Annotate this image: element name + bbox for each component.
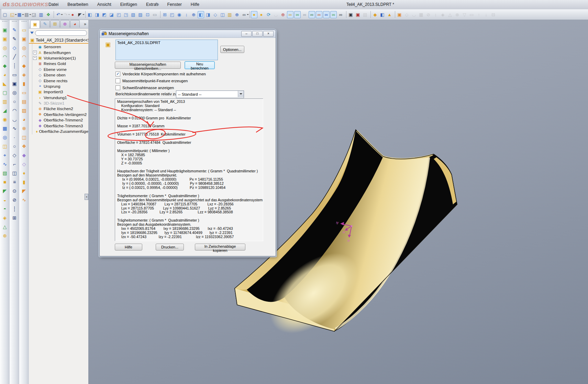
perimeter-circle[interactable]: ○ — [10, 97, 19, 106]
split[interactable]: △ — [1, 222, 9, 231]
display-hidden-lines-removed[interactable]: ◇ — [212, 11, 219, 18]
tree-item-surface-trim2[interactable]: ◆ Oberfläche-Trimmen2 — [32, 117, 88, 123]
component-pattern[interactable]: ▦ — [418, 11, 424, 18]
selected-items-listbox[interactable]: Teil4_AK_2013.SLDPRT — [115, 40, 218, 60]
revolved-surface[interactable]: ◎ — [20, 43, 28, 52]
swept-surface[interactable]: ◠ — [20, 52, 28, 61]
redo[interactable]: ↷ — [62, 11, 69, 18]
draft-analysis[interactable]: ▲ — [386, 11, 393, 18]
sketch-3d[interactable]: ✎ — [10, 34, 19, 43]
polygon[interactable]: ◇ — [10, 151, 19, 160]
help-button[interactable]: Hilfe — [115, 244, 142, 250]
camera-views[interactable]: ▣ — [347, 11, 354, 18]
reference-triad[interactable]: ⊕ — [280, 11, 286, 18]
view-sketch-relations[interactable]: ∞ — [316, 11, 322, 18]
mate[interactable]: ◡ — [411, 11, 417, 18]
hide-show-items[interactable]: ∞ — [241, 11, 247, 18]
fillet[interactable]: ◕ — [1, 70, 9, 79]
dropdown-arrow-icon[interactable] — [238, 91, 244, 97]
view-curves[interactable]: ∞ — [309, 11, 315, 18]
mirror-entities[interactable]: ◫ — [10, 169, 19, 178]
display-shaded-with-edges[interactable]: ◧ — [198, 11, 204, 18]
view-front[interactable]: ◧ — [87, 11, 93, 18]
menu-item[interactable]: Hilfe — [186, 0, 204, 9]
zoom-to-fit[interactable]: ⊞ — [162, 11, 168, 18]
section-view[interactable]: ▥ — [226, 11, 233, 18]
menu-item[interactable]: Datei — [44, 0, 63, 9]
featuremanager-tab[interactable]: ▣ — [30, 20, 40, 28]
curves[interactable]: ∿ — [1, 160, 9, 169]
tree-item-delete-face2[interactable]: ⊗ Fläche löschen2 — [32, 106, 88, 111]
delete-face[interactable]: ⊗ — [20, 124, 28, 133]
trim-surface[interactable]: ◆ — [20, 151, 28, 160]
copy-to-clipboard-button[interactable]: In Zwischenablage kopieren — [195, 244, 245, 250]
tangent-arc[interactable]: ◡ — [10, 115, 19, 124]
checkbox[interactable]: ✓ — [115, 72, 120, 76]
linear-pattern[interactable]: ▦ — [1, 124, 9, 133]
view-origins[interactable]: ∞ — [337, 11, 344, 18]
tree-item-surface-extend2[interactable]: ❖ Oberfläche-Verlängern2 — [32, 112, 88, 117]
offset-surface[interactable]: ▤ — [20, 97, 28, 106]
toolbar-grip[interactable] — [22, 21, 26, 24]
draft[interactable]: ◢ — [1, 106, 9, 115]
menu-item[interactable]: Fenster — [163, 0, 186, 9]
center-rectangle[interactable]: ▣ — [10, 79, 19, 88]
checkbox-row[interactable]: Schweißnahtmasse anzeigen — [115, 84, 206, 91]
move-face[interactable]: ⊕ — [1, 231, 9, 240]
instant3d[interactable]: ▧ — [1, 169, 9, 178]
cut-with-surface[interactable]: ◤ — [20, 186, 28, 195]
checkbox-row[interactable]: Massenmittelpunkt-Feature erzeugen — [115, 77, 206, 84]
trim-entities[interactable]: ⊘ — [10, 195, 19, 204]
cut-feature[interactable]: ◤ — [1, 186, 9, 195]
thicken[interactable]: ▮ — [20, 178, 28, 186]
interference-detection[interactable]: ⊗ — [454, 11, 461, 18]
tree-item-plane-right[interactable]: ◇ Ebene rechts — [32, 78, 88, 83]
features-toolbar-toggle[interactable]: ▣ — [396, 11, 403, 18]
curvature[interactable]: ◡ — [273, 11, 279, 18]
view-left[interactable]: ◩ — [101, 11, 108, 18]
configurationmanager-tab[interactable]: ⊞ — [50, 20, 60, 28]
apply-scene[interactable]: ▣ — [355, 11, 361, 18]
lofted-boss[interactable]: ◆ — [1, 61, 9, 70]
smart-fasteners[interactable]: ⊘ — [425, 11, 432, 18]
toolbar-grip[interactable] — [2, 21, 7, 24]
move-rotate[interactable]: ⊕ — [234, 11, 240, 18]
view-right[interactable]: ◪ — [108, 11, 115, 18]
tree-item-plane-front[interactable]: ◇ Ebene vorne — [32, 67, 88, 72]
document-info[interactable]: ▥ — [38, 11, 44, 18]
override-mass-properties-button[interactable]: Masseneigenschaften überschreiben... — [115, 62, 181, 69]
view-single[interactable]: ▭ — [152, 11, 158, 18]
quick-snaps[interactable]: ⊞ — [10, 213, 19, 222]
open-file[interactable]: ◱ — [9, 11, 15, 18]
construction-geometry[interactable]: ┆ — [10, 204, 19, 213]
tabs-overflow-chevron[interactable]: » — [84, 22, 86, 26]
tree-item-surface-knit[interactable]: ♦ Oberfläche-Zusammenfüge — [32, 129, 88, 134]
apply-appearance[interactable]: ● — [251, 11, 257, 18]
ellipse[interactable]: ○ — [10, 142, 19, 151]
convert-entities[interactable]: ⊙ — [10, 186, 19, 195]
dimxpertmanager-tab[interactable]: ⊕ — [60, 20, 70, 28]
undo[interactable]: ↶ — [55, 11, 62, 18]
maximize-button[interactable]: □ — [252, 31, 263, 37]
appearance[interactable]: ● — [258, 11, 265, 18]
dialog-title-bar[interactable]: Masseneigenschaften – □ × — [100, 30, 276, 38]
tree-item-origin[interactable]: ⌖ Ursprung — [32, 84, 88, 89]
propertymanager-tab[interactable]: ✎ — [40, 20, 50, 28]
revolved-boss[interactable]: ◎ — [1, 43, 9, 52]
circle[interactable]: ◎ — [10, 88, 19, 97]
edit-component[interactable]: ▭ — [468, 11, 475, 18]
centerline[interactable]: ┊ — [10, 61, 19, 70]
knit-surface[interactable]: ♦ — [20, 169, 28, 178]
make-drawing[interactable]: ↑ — [476, 11, 482, 18]
update-view[interactable]: ⟳ — [265, 11, 272, 18]
checkbox[interactable] — [115, 78, 120, 83]
reference-geometry[interactable]: ⌖ — [1, 151, 9, 160]
tree-item-solid-bodies[interactable]: + ▣ Volumenkörper(1) — [32, 55, 88, 61]
make-assembly[interactable]: ↓ — [483, 11, 489, 18]
panel-collapse-button[interactable]: ◂ — [85, 194, 88, 200]
spline[interactable]: ∿ — [10, 124, 19, 133]
tree-root-item[interactable]: ▣ Teil4_AK_2013 (Standard<<Sta — [29, 37, 88, 44]
toolbar-grip[interactable] — [12, 21, 17, 24]
menu-item[interactable]: Ansicht — [93, 0, 116, 9]
expand-toggle-icon[interactable]: + — [33, 51, 37, 54]
